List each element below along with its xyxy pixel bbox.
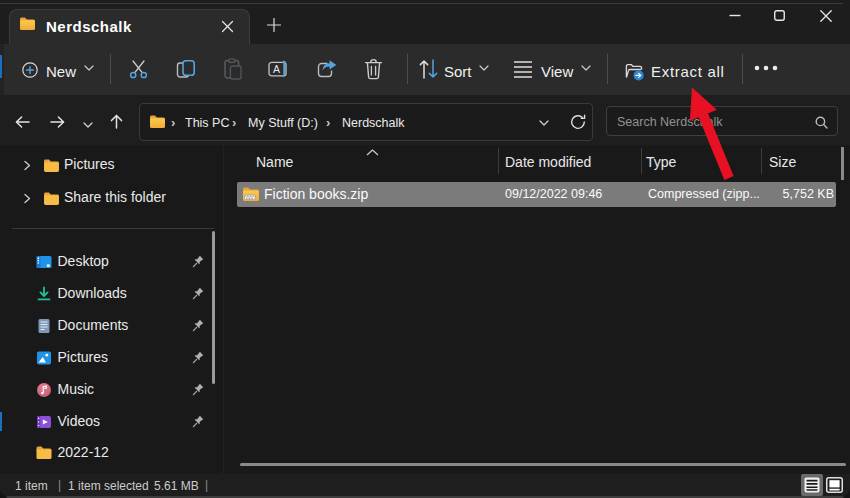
svg-text:A: A (273, 63, 280, 75)
